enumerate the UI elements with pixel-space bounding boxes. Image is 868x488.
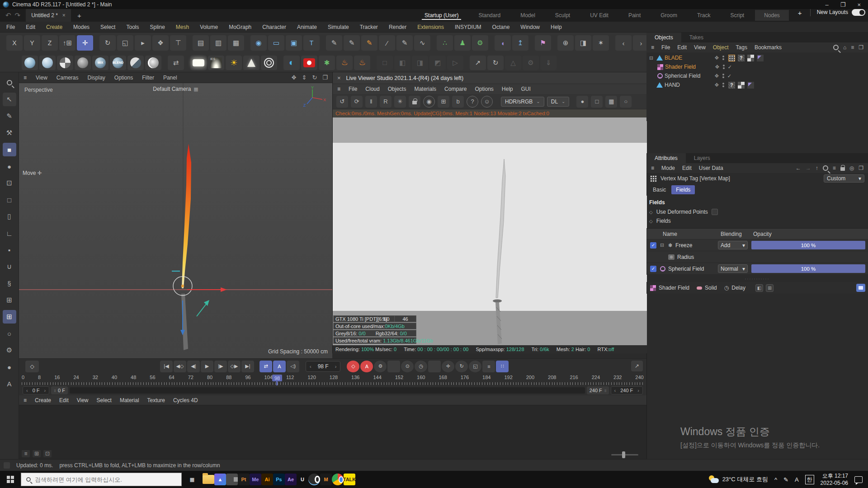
- key-position-button[interactable]: ✛: [442, 361, 454, 372]
- tab-attributes[interactable]: Attributes: [646, 153, 686, 163]
- toggle-view-icon[interactable]: ❐: [322, 74, 328, 81]
- new-layouts-toggle[interactable]: [852, 9, 865, 16]
- lv-menu-materials[interactable]: Materials: [414, 86, 436, 92]
- blending-dropdown[interactable]: Normal ▾: [718, 264, 748, 273]
- back-icon[interactable]: ←: [796, 165, 801, 171]
- column-name[interactable]: Name: [660, 231, 718, 237]
- menu-render[interactable]: Render: [389, 24, 406, 30]
- loop-playback-button[interactable]: ⇄: [259, 361, 272, 372]
- play-button[interactable]: ▶: [201, 361, 213, 372]
- lv-pause-icon[interactable]: ‖: [365, 96, 377, 108]
- lv-kernel-icon[interactable]: ✳: [394, 96, 406, 108]
- lv-menu-options[interactable]: Options: [475, 86, 493, 92]
- screw-tool-icon[interactable]: §: [3, 277, 16, 290]
- rotate-tool-button[interactable]: ↻: [99, 35, 116, 51]
- lv-object-pick-icon[interactable]: □: [591, 96, 603, 108]
- key-rotation-button[interactable]: ↻: [455, 361, 468, 372]
- material-checker[interactable]: [57, 56, 73, 70]
- attr-menu-edit[interactable]: Edit: [682, 165, 692, 171]
- figure-button[interactable]: ♟: [454, 35, 471, 51]
- layout-tab-model[interactable]: Model: [511, 10, 544, 21]
- phong-tag-icon[interactable]: [738, 82, 745, 89]
- hamburger-icon[interactable]: ≡: [651, 44, 654, 51]
- attr-menu-user-data[interactable]: User Data: [699, 165, 723, 171]
- mat-menu-cycles4d[interactable]: Cycles 4D: [173, 397, 198, 404]
- add-layout-button[interactable]: +: [793, 9, 807, 22]
- fire-vdb-button-2[interactable]: ♨: [354, 56, 370, 70]
- menu-modes[interactable]: Modes: [73, 24, 90, 30]
- visibility-dots-icon[interactable]: [722, 83, 724, 87]
- capture-app-icon[interactable]: [226, 474, 238, 485]
- enabled-check-icon[interactable]: ✓: [728, 64, 732, 70]
- pen-settings-icon[interactable]: ✎: [783, 476, 788, 483]
- layout-tab-track[interactable]: Track: [688, 10, 720, 21]
- kakaotalk-icon[interactable]: TALK: [344, 474, 355, 485]
- layout-tab-standard[interactable]: Standard: [469, 10, 509, 21]
- new-document-button[interactable]: +: [71, 9, 88, 22]
- add-solid-button[interactable]: Solid: [705, 285, 717, 291]
- after-effects-icon[interactable]: Ae: [285, 474, 297, 485]
- lv-material-ball-icon[interactable]: ●: [576, 96, 588, 108]
- menu-edit[interactable]: Edit: [26, 24, 35, 30]
- toolbar-icon[interactable]: [610, 35, 614, 51]
- ime-toolbar-icon[interactable]: ▦: [182, 471, 203, 488]
- obj-menu-edit[interactable]: Edit: [677, 44, 687, 51]
- detail-view-icon[interactable]: ⊡: [43, 450, 52, 457]
- mat-menu-edit[interactable]: Edit: [59, 397, 69, 404]
- menu-create[interactable]: Create: [46, 24, 62, 30]
- column-blending[interactable]: Blending: [718, 231, 750, 237]
- text-object-button[interactable]: T: [303, 35, 320, 51]
- range-start-field[interactable]: ‹ 0 F ›: [23, 386, 49, 394]
- material-zoom-slider[interactable]: [611, 454, 638, 455]
- lv-reset-icon[interactable]: R: [380, 96, 392, 108]
- redo-icon[interactable]: ↷: [15, 11, 21, 19]
- octane-app-icon[interactable]: [308, 474, 320, 485]
- pen-soft-button[interactable]: ✎: [396, 35, 413, 51]
- clock-widget[interactable]: 오후 12:17 2022-05-06: [821, 472, 848, 487]
- field-row-radius[interactable]: ◎ Radius: [646, 251, 868, 263]
- menu-octane[interactable]: Octane: [492, 24, 510, 30]
- cube-tool-icon[interactable]: ■: [3, 143, 16, 156]
- material-blend[interactable]: BLEND: [110, 56, 126, 70]
- popout-icon[interactable]: ❐: [859, 165, 863, 171]
- lv-menu-cloud[interactable]: Cloud: [365, 86, 379, 92]
- add-shader-field-button[interactable]: Shader Field: [659, 285, 689, 291]
- menu-tools[interactable]: Tools: [126, 24, 139, 30]
- menu-insydium[interactable]: INSYDIUM: [455, 24, 481, 30]
- object-row-blade[interactable]: ⊟ BLADE ❖ ?: [646, 53, 868, 62]
- key-interpolation-button[interactable]: ◇: [25, 361, 39, 372]
- toolbar-icon[interactable]: [372, 56, 375, 70]
- bake-button-5[interactable]: ▷: [447, 56, 463, 70]
- hamburger-icon[interactable]: ≡: [651, 165, 654, 171]
- range-end-field[interactable]: ‹ 240 F ›: [611, 386, 643, 394]
- jump-start-button[interactable]: |◀: [160, 361, 173, 372]
- menu-extensions[interactable]: Extensions: [417, 24, 444, 30]
- next-key-button[interactable]: ◇▶: [228, 361, 241, 372]
- dynamics-button[interactable]: ⚙: [472, 35, 488, 51]
- tab-objects[interactable]: Objects: [646, 33, 681, 42]
- box-tool-icon[interactable]: □: [3, 193, 16, 206]
- playhead[interactable]: 98: [272, 375, 282, 381]
- layers-icon[interactable]: ❖: [714, 73, 719, 79]
- cloner-button[interactable]: ∴: [437, 35, 453, 51]
- layers-icon[interactable]: ❖: [714, 82, 719, 88]
- colorspace-dropdown[interactable]: HDR/sRGB ⌄: [501, 97, 544, 107]
- magnet-tool-icon[interactable]: ∪: [3, 260, 16, 273]
- tab-layers[interactable]: Layers: [686, 153, 718, 163]
- object-row-spherical-field[interactable]: Spherical Field ❖ ✓: [646, 71, 868, 80]
- forward-icon[interactable]: →: [806, 165, 811, 171]
- lv-help-icon[interactable]: ?: [467, 96, 478, 108]
- lv-add-render-icon[interactable]: ⊞: [438, 96, 449, 108]
- exposure-toggle-button[interactable]: ◐: [283, 56, 300, 70]
- grid-tool-icon[interactable]: ⊞: [3, 310, 16, 324]
- obj-menu-bookmarks[interactable]: Bookmarks: [755, 44, 782, 51]
- layout-tab-sculpt[interactable]: Sculpt: [546, 10, 579, 21]
- key-parameter-button[interactable]: ≡: [482, 361, 495, 372]
- render-view[interactable]: GTX 1080 Ti [PDT][6.1] %0 46 Out-of-core…: [333, 117, 647, 353]
- layout-tab-uv-edit[interactable]: UV Edit: [581, 10, 618, 21]
- array-tool-icon[interactable]: ⊞: [3, 293, 16, 307]
- tray-expand-icon[interactable]: ^: [774, 476, 777, 483]
- vp-menu-display[interactable]: Display: [88, 75, 105, 81]
- toolbar-icon[interactable]: [278, 56, 282, 70]
- mat-menu-view[interactable]: View: [77, 397, 89, 404]
